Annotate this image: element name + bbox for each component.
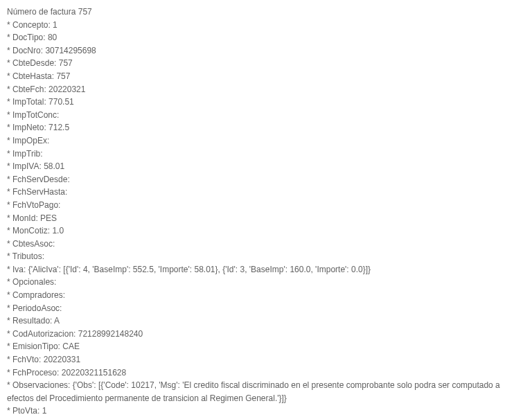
field-row: * DocNro: 30714295698 bbox=[7, 44, 525, 57]
field-value: 757 bbox=[59, 58, 73, 68]
field-value: 72128992148240 bbox=[78, 329, 143, 339]
field-row: * FchProceso: 20220321151628 bbox=[7, 366, 525, 380]
field-label: DocNro bbox=[12, 46, 41, 55]
field-label: EmisionTipo bbox=[12, 341, 58, 351]
field-row: * ImpOpEx: bbox=[7, 134, 525, 148]
field-row: * Resultado: A bbox=[7, 314, 525, 328]
field-row: * Compradores: bbox=[7, 289, 525, 302]
field-label: FchVto bbox=[12, 355, 39, 364]
field-row: * PtoVta: 1 bbox=[7, 405, 525, 417]
field-label: Concepto bbox=[12, 20, 48, 30]
field-label: CbteHasta bbox=[12, 71, 52, 81]
field-row: * Observaciones: {'Obs': [{'Code': 10217… bbox=[7, 379, 525, 405]
field-value: {'Obs': [{'Code': 10217, 'Msg': 'El cred… bbox=[7, 380, 500, 403]
field-label: ImpTotal bbox=[12, 97, 44, 107]
field-value: 20220321151628 bbox=[62, 368, 126, 378]
field-value: 20220321 bbox=[48, 85, 85, 94]
field-label: FchServDesde bbox=[12, 175, 67, 184]
field-value: CAE bbox=[62, 341, 80, 351]
field-label: ImpOpEx bbox=[12, 136, 47, 145]
field-label: CbteFch bbox=[12, 85, 44, 94]
field-label: ImpTotConc bbox=[12, 110, 57, 120]
field-label: CbtesAsoc bbox=[12, 239, 53, 249]
field-value: 80 bbox=[48, 33, 57, 42]
invoice-fields: * Concepto: 1 * DocTipo: 80 * DocNro: 30… bbox=[7, 19, 525, 417]
field-label: ImpNeto bbox=[12, 123, 44, 132]
field-row: * MonCotiz: 1.0 bbox=[7, 224, 525, 238]
field-row: * FchVto: 20220331 bbox=[7, 353, 525, 366]
field-row: * CbteFch: 20220321 bbox=[7, 83, 525, 96]
field-row: * EmisionTipo: CAE bbox=[7, 340, 525, 353]
field-row: * FchVtoPago: bbox=[7, 199, 525, 212]
field-label: Iva bbox=[12, 265, 24, 274]
field-label: ImpTrib bbox=[12, 149, 40, 159]
field-row: * ImpTrib: bbox=[7, 148, 525, 161]
field-row: * DocTipo: 80 bbox=[7, 31, 525, 44]
field-value: PES bbox=[40, 213, 57, 223]
field-row: * ImpTotConc: bbox=[7, 109, 525, 122]
field-label: Observaciones bbox=[12, 380, 68, 390]
invoice-detail-content: Número de factura 757 * Concepto: 1 * Do… bbox=[7, 6, 525, 417]
field-row: * PeriodoAsoc: bbox=[7, 302, 525, 315]
field-label: MonId bbox=[12, 213, 35, 223]
field-row: * CbteHasta: 757 bbox=[7, 70, 525, 83]
field-label: ImpIVA bbox=[12, 161, 39, 171]
field-value: 58.01 bbox=[44, 161, 64, 171]
field-row: * CbteDesde: 757 bbox=[7, 57, 525, 70]
field-row: * FchServHasta: bbox=[7, 186, 525, 199]
field-value: 770.51 bbox=[48, 97, 74, 107]
invoice-header-label: Número de factura bbox=[7, 7, 76, 17]
field-label: Compradores bbox=[12, 290, 63, 300]
field-label: PeriodoAsoc bbox=[12, 303, 60, 313]
field-label: FchServHasta bbox=[12, 187, 65, 197]
field-label: Opcionales bbox=[12, 277, 54, 287]
field-label: PtoVta bbox=[12, 406, 37, 416]
field-value: 30714295698 bbox=[45, 46, 96, 55]
field-label: Tributos bbox=[12, 251, 42, 261]
field-value: 712.5 bbox=[48, 123, 69, 132]
field-row: * CbtesAsoc: bbox=[7, 238, 525, 251]
field-value: 1.0 bbox=[52, 226, 64, 236]
field-label: FchProceso bbox=[12, 368, 57, 378]
field-row: * Iva: {'AlicIva': [{'Id': 4, 'BaseImp':… bbox=[7, 263, 525, 276]
field-label: CodAutorizacion bbox=[12, 329, 73, 339]
invoice-header: Número de factura 757 bbox=[7, 6, 525, 19]
field-row: * Opcionales: bbox=[7, 276, 525, 289]
field-value: 20220331 bbox=[44, 355, 80, 364]
invoice-header-number: 757 bbox=[78, 7, 92, 17]
field-row: * Tributos: bbox=[7, 250, 525, 263]
field-row: * ImpNeto: 712.5 bbox=[7, 121, 525, 134]
field-row: * FchServDesde: bbox=[7, 173, 525, 186]
field-row: * CodAutorizacion: 72128992148240 bbox=[7, 328, 525, 341]
field-label: MonCotiz bbox=[12, 226, 48, 236]
field-row: * ImpIVA: 58.01 bbox=[7, 160, 525, 173]
field-row: * Concepto: 1 bbox=[7, 19, 525, 32]
field-row: * ImpTotal: 770.51 bbox=[7, 96, 525, 109]
field-label: FchVtoPago bbox=[12, 200, 58, 210]
field-value: A bbox=[54, 316, 60, 326]
field-row: * MonId: PES bbox=[7, 212, 525, 225]
field-label: DocTipo bbox=[12, 33, 43, 42]
field-label: CbteDesde bbox=[12, 58, 54, 68]
field-value: 1 bbox=[42, 406, 47, 416]
field-value: 1 bbox=[53, 20, 57, 30]
field-value: {'AlicIva': [{'Id': 4, 'BaseImp': 552.5,… bbox=[28, 265, 371, 274]
field-value: 757 bbox=[56, 71, 70, 81]
field-label: Resultado bbox=[12, 316, 50, 326]
